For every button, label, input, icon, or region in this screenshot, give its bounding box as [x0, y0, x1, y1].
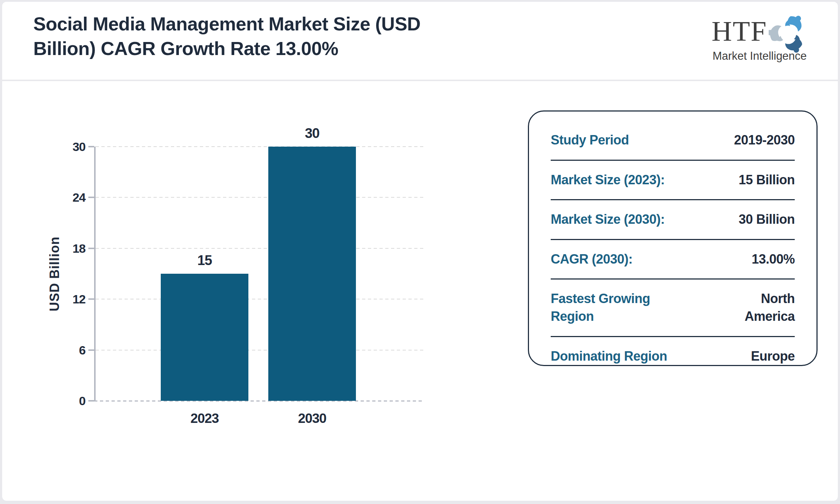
y-axis-label: USD Billion [47, 147, 62, 401]
info-row-value: 2019-2030 [734, 131, 795, 149]
y-tick-mark [88, 400, 94, 402]
info-row: Market Size (2030):30 Billion [551, 200, 795, 240]
triskelion-people-icon [769, 14, 808, 53]
y-tick-mark [88, 146, 94, 147]
bar-2023 [161, 274, 248, 401]
info-row: Dominating RegionEurope [551, 337, 795, 376]
page-title: Social Media Management Market Size (USD… [33, 12, 468, 61]
y-tick-label: 24 [72, 191, 85, 203]
y-tick-mark [88, 298, 94, 300]
info-row-label: Market Size (2023): [551, 171, 665, 189]
info-row-value: North America [744, 290, 795, 325]
info-row: Fastest Growing RegionNorth America [551, 280, 795, 337]
info-row-value: 15 Billion [739, 171, 795, 189]
y-tick-label: 0 [79, 395, 85, 407]
header: Social Media Management Market Size (USD… [2, 2, 838, 81]
info-row-label: CAGR (2030): [551, 251, 633, 268]
bar-2030 [268, 147, 356, 401]
gridline [96, 248, 424, 249]
x-tick-label: 2030 [298, 412, 326, 425]
htf-logo: HTF Market Intelligence [702, 14, 818, 63]
y-tick-label: 6 [79, 344, 85, 356]
logo-row: HTF [702, 14, 818, 53]
x-tick-label: 2023 [190, 412, 219, 425]
info-row-label: Dominating Region [551, 348, 667, 365]
market-summary-panel: Study Period2019-2030Market Size (2023):… [528, 110, 818, 366]
x-axis-baseline [94, 400, 424, 402]
gridline [96, 299, 424, 299]
y-tick-label: 30 [72, 140, 85, 153]
info-row: Study Period2019-2030 [551, 121, 795, 161]
y-tick-label: 12 [72, 293, 85, 305]
info-row: CAGR (2030):13.00% [551, 240, 795, 280]
y-tick-mark [88, 248, 94, 249]
info-row-label: Market Size (2030): [551, 211, 665, 228]
gridline [96, 197, 424, 198]
bar-value-label: 30 [305, 126, 319, 140]
logo-wordmark: HTF [711, 17, 767, 45]
page: Social Media Management Market Size (USD… [2, 2, 838, 501]
panel-rows: Study Period2019-2030Market Size (2023):… [529, 112, 816, 375]
logo-tagline: Market Intelligence [702, 50, 818, 63]
gridline [96, 146, 424, 147]
info-row-label: Fastest Growing Region [551, 290, 650, 325]
y-tick-mark [88, 197, 94, 198]
info-row-label: Study Period [551, 131, 629, 149]
info-row-value: 30 Billion [739, 211, 795, 228]
info-row-value: 13.00% [752, 251, 795, 268]
y-tick-label: 18 [72, 242, 85, 255]
bar-value-label: 15 [197, 253, 212, 267]
gridline [96, 350, 424, 350]
bar-chart: USD Billion 0612182430 1530 20232030 [94, 147, 421, 401]
y-tick-mark [88, 349, 94, 351]
info-row: Market Size (2023):15 Billion [551, 161, 795, 201]
info-row-value: Europe [751, 348, 795, 365]
